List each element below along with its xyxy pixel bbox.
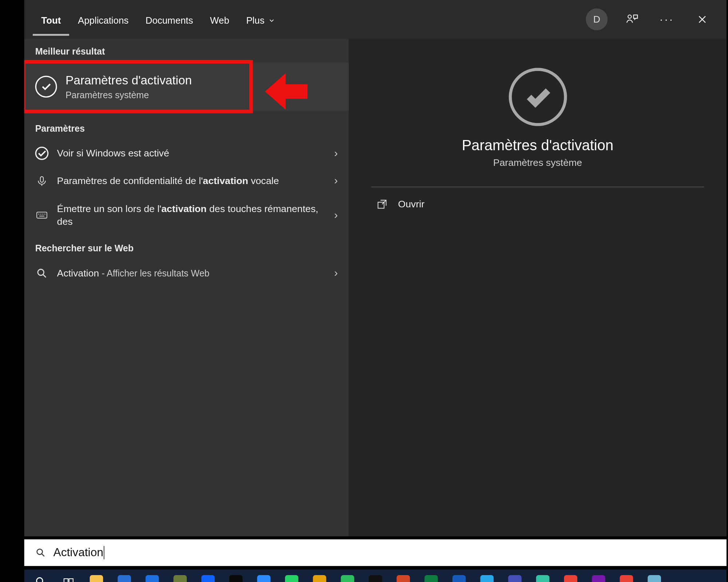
svg-rect-7 xyxy=(64,579,68,582)
taskbar-tv-icon[interactable] xyxy=(223,572,249,582)
taskbar-teams-icon[interactable] xyxy=(502,572,527,582)
chevron-right-icon: › xyxy=(334,209,338,222)
svg-rect-2 xyxy=(37,212,47,218)
preview-pane: Paramètres d'activation Paramètres systè… xyxy=(349,39,727,537)
taskbar-plex-icon[interactable] xyxy=(307,572,332,582)
taskbar-file-explorer-icon[interactable] xyxy=(84,572,109,582)
preview-title: Paramètres d'activation xyxy=(462,137,614,154)
check-circle-large-icon xyxy=(509,68,567,126)
tab-all[interactable]: Tout xyxy=(33,3,70,36)
chevron-right-icon: › xyxy=(334,147,338,160)
tab-applications[interactable]: Applications xyxy=(70,3,137,36)
taskbar-edge-icon[interactable] xyxy=(530,572,555,582)
chevron-right-icon: › xyxy=(334,175,338,187)
taskbar-word-icon[interactable] xyxy=(446,572,472,582)
taskbar-dropbox-icon[interactable] xyxy=(195,572,221,582)
open-label: Ouvrir xyxy=(398,199,425,210)
open-action[interactable]: Ouvrir xyxy=(371,187,704,221)
result-voice-privacy[interactable]: Paramètres de confidentialité de l'activ… xyxy=(24,167,349,195)
section-label-settings: Paramètres xyxy=(24,116,349,139)
best-title: Paramètres d'activation xyxy=(66,73,192,87)
annotation-arrow-icon xyxy=(265,73,308,107)
result-label: Paramètres de confidentialité de l'activ… xyxy=(57,175,326,188)
taskbar-g-icon[interactable] xyxy=(614,572,639,582)
result-windows-activated[interactable]: Voir si Windows est activé › xyxy=(24,139,349,167)
section-label-best: Meilleur résultat xyxy=(24,39,349,63)
taskbar-photos-icon[interactable] xyxy=(167,572,193,582)
keyboard-icon xyxy=(35,209,49,221)
taskbar-zoom-icon[interactable] xyxy=(251,572,277,582)
svg-point-3 xyxy=(38,269,44,275)
tab-documents[interactable]: Documents xyxy=(137,3,202,36)
preview-subtitle: Paramètres système xyxy=(493,158,582,168)
result-web-activation[interactable]: Activation - Afficher les résultats Web … xyxy=(24,259,349,287)
taskbar-telegram-icon[interactable] xyxy=(474,572,500,582)
check-circle-icon xyxy=(35,76,57,97)
best-subtitle: Paramètres système xyxy=(66,90,192,100)
taskbar-notepad-icon[interactable] xyxy=(642,572,667,582)
result-sticky-keys-sound[interactable]: Émettre un son lors de l'activation des … xyxy=(24,195,349,236)
taskbar-evernote-icon[interactable] xyxy=(335,572,360,582)
results-list: Meilleur résultat Paramètres d'activatio… xyxy=(24,39,349,537)
tab-more-label: Plus xyxy=(246,15,264,26)
search-icon xyxy=(35,547,46,558)
close-button[interactable] xyxy=(691,8,713,30)
svg-point-0 xyxy=(628,15,631,18)
result-label: Voir si Windows est activé xyxy=(57,147,326,160)
taskbar xyxy=(24,570,727,582)
open-external-icon xyxy=(376,198,388,210)
taskbar-onenote-icon[interactable] xyxy=(586,572,611,582)
result-label: Émettre un son lors de l'activation des … xyxy=(57,202,326,228)
svg-rect-8 xyxy=(69,579,73,582)
text-cursor xyxy=(104,546,105,560)
feedback-icon[interactable] xyxy=(621,8,643,30)
search-panel: Tout Applications Documents Web Plus D ·… xyxy=(24,0,727,536)
search-icon xyxy=(35,267,49,279)
tab-more[interactable]: Plus xyxy=(238,3,284,36)
best-match-result[interactable]: Paramètres d'activation Paramètres systè… xyxy=(24,63,349,111)
taskbar-mail-icon[interactable] xyxy=(139,572,165,582)
result-label: Activation - Afficher les résultats Web xyxy=(57,267,326,280)
check-circle-icon xyxy=(35,147,49,160)
taskbar-excel-icon[interactable] xyxy=(419,572,444,582)
chevron-right-icon: › xyxy=(334,267,338,279)
taskbar-powerpoint-icon[interactable] xyxy=(391,572,416,582)
taskbar-chrome-icon[interactable] xyxy=(558,572,583,582)
chevron-down-icon xyxy=(268,17,276,24)
taskbar-xm-icon[interactable] xyxy=(363,572,388,582)
search-query: Activation xyxy=(54,546,105,559)
user-avatar[interactable]: D xyxy=(586,8,608,30)
tab-web[interactable]: Web xyxy=(202,3,238,36)
svg-point-5 xyxy=(37,549,43,554)
search-input[interactable]: Activation xyxy=(24,539,727,566)
taskbar-whatsapp-icon[interactable] xyxy=(279,572,304,582)
taskbar-task-view-icon[interactable] xyxy=(56,572,81,582)
search-tabs: Tout Applications Documents Web Plus D ·… xyxy=(24,0,727,39)
section-label-web: Rechercher sur le Web xyxy=(24,236,349,259)
more-options-icon[interactable]: ··· xyxy=(656,8,678,30)
header-actions: D ··· xyxy=(586,8,718,30)
svg-rect-1 xyxy=(40,176,43,182)
taskbar-monitor-icon[interactable] xyxy=(112,572,137,582)
microphone-icon xyxy=(35,175,49,187)
svg-point-6 xyxy=(37,578,43,582)
taskbar-search-icon[interactable] xyxy=(28,572,54,582)
